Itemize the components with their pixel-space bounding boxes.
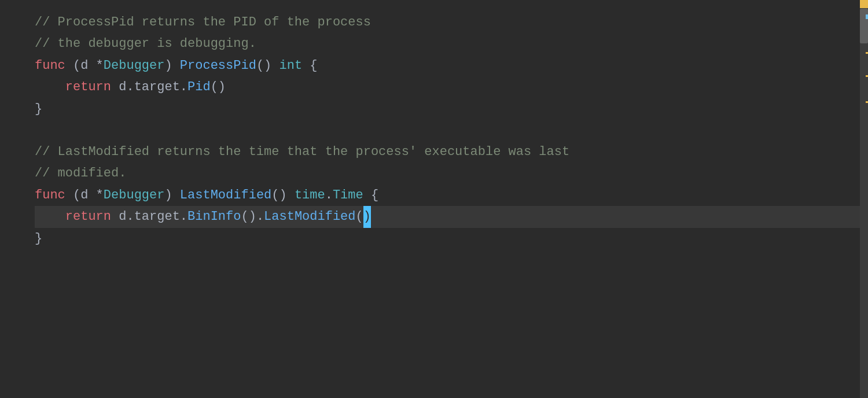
code-line-2: // the debugger is debugging. — [35, 33, 860, 54]
plain-text: (). — [241, 206, 264, 227]
code-line-8: // modified. — [35, 163, 860, 184]
type-time: time — [295, 185, 325, 206]
method-lastmodified: LastModified — [264, 206, 355, 227]
scrollbar-minimap[interactable] — [860, 0, 868, 398]
code-line-3: func (d *Debugger) ProcessPid() int { — [35, 55, 860, 76]
code-line-9: func (d *Debugger) LastModified() time.T… — [35, 185, 860, 206]
method-bininfo: BinInfo — [187, 206, 241, 227]
minimap-highlight-1 — [866, 6, 868, 8]
plain-text: (d * — [65, 185, 104, 206]
code-line-10: return d.target.BinInfo().LastModified() — [35, 206, 860, 227]
plain-text: ) — [164, 185, 179, 206]
comment-text: // LastModified returns the time that th… — [35, 141, 569, 163]
comment-text: // modified. — [35, 163, 126, 184]
code-line-1: // ProcessPid returns the PID of the pro… — [35, 12, 860, 33]
comment-text: // the debugger is debugging. — [35, 33, 256, 54]
func-lastmodified: LastModified — [180, 185, 271, 206]
func-processpid: ProcessPid — [180, 55, 256, 76]
minimap-highlight-3 — [866, 75, 868, 77]
code-line-5: } — [35, 98, 860, 120]
plain-text: () — [211, 76, 226, 98]
brace-close: } — [35, 98, 42, 120]
plain-text: . — [325, 185, 333, 206]
keyword-func: func — [35, 185, 65, 206]
plain-text: () — [271, 185, 295, 206]
minimap-highlight-2 — [866, 52, 868, 54]
cursor: ) — [363, 206, 371, 227]
editor-container: // ProcessPid returns the PID of the pro… — [0, 0, 868, 398]
type-int: int — [279, 55, 303, 76]
plain-text: d.target. — [111, 76, 187, 98]
method-pid: Pid — [187, 76, 211, 98]
minimap-highlight-4 — [866, 101, 868, 103]
brace-close: } — [35, 228, 42, 249]
plain-text: d.target. — [111, 206, 187, 227]
indent — [35, 206, 65, 227]
empty-line — [35, 120, 860, 141]
code-area[interactable]: // ProcessPid returns the PID of the pro… — [0, 0, 860, 398]
code-line-4: return d.target.Pid() — [35, 76, 860, 98]
comment-text: // ProcessPid returns the PID of the pro… — [35, 12, 371, 33]
keyword-return: return — [65, 76, 111, 98]
plain-text: () — [256, 55, 279, 76]
plain-text: { — [363, 185, 378, 206]
indent — [35, 76, 65, 98]
type-time-time: Time — [333, 185, 363, 206]
keyword-return: return — [65, 206, 111, 227]
code-line-11: } — [35, 228, 860, 249]
plain-text: (d * — [65, 55, 104, 76]
plain-text: { — [302, 55, 317, 76]
plain-text: ) — [164, 55, 179, 76]
type-debugger: Debugger — [104, 185, 165, 206]
scrollbar-thumb[interactable] — [860, 9, 868, 43]
keyword-func: func — [35, 55, 65, 76]
plain-text: ( — [356, 206, 363, 227]
code-line-7: // LastModified returns the time that th… — [35, 141, 860, 163]
type-debugger: Debugger — [104, 55, 165, 76]
